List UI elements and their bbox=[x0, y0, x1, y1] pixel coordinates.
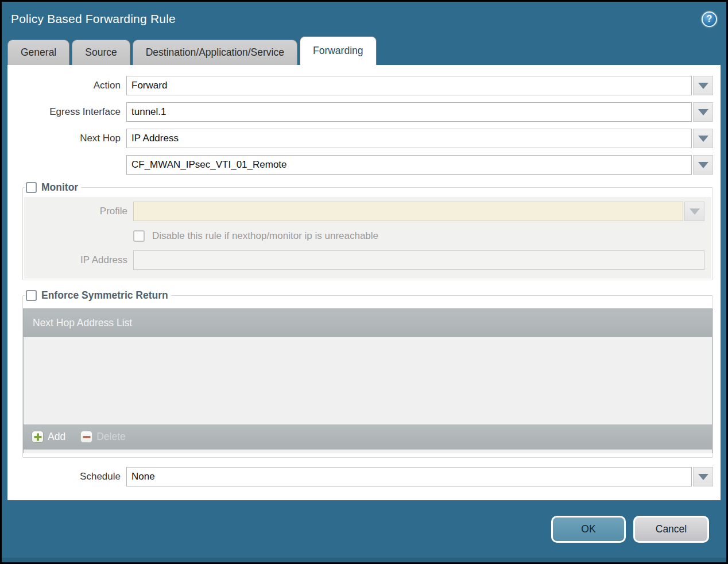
add-button[interactable]: Add bbox=[32, 431, 65, 443]
delete-button-label: Delete bbox=[96, 431, 126, 443]
egress-interface-combo: tunnel.1 bbox=[126, 102, 713, 122]
help-icon[interactable]: ? bbox=[702, 11, 717, 27]
add-button-label: Add bbox=[48, 431, 65, 443]
chevron-down-icon bbox=[698, 136, 708, 142]
next-hop-address-list-toolbar: Add Delete bbox=[24, 424, 712, 449]
profile-row: Profile bbox=[24, 202, 711, 221]
egress-interface-label: Egress Interface bbox=[13, 106, 121, 118]
delete-minus-icon bbox=[80, 431, 92, 443]
dialog-titlebar: Policy Based Forwarding Rule ? bbox=[2, 2, 726, 36]
schedule-row: Schedule None bbox=[13, 467, 713, 486]
tab-bar: General Source Destination/Application/S… bbox=[2, 36, 726, 65]
next-hop-address-list-body[interactable] bbox=[24, 337, 712, 424]
schedule-combo: None bbox=[126, 467, 713, 486]
disable-rule-row: Disable this rule if nexthop/monitor ip … bbox=[133, 230, 711, 242]
next-hop-address-value[interactable]: CF_MWAN_IPsec_VTI_01_Remote bbox=[126, 155, 692, 175]
schedule-label: Schedule bbox=[13, 471, 121, 482]
next-hop-type-value[interactable]: IP Address bbox=[126, 129, 692, 148]
enforce-symmetric-return-fieldset: Enforce Symmetric Return Next Hop Addres… bbox=[22, 289, 713, 458]
chevron-down-icon bbox=[690, 208, 700, 215]
chevron-down-icon bbox=[698, 474, 708, 480]
enforce-symmetric-return-legend-text: Enforce Symmetric Return bbox=[41, 289, 168, 302]
tab-forwarding[interactable]: Forwarding bbox=[300, 36, 377, 65]
add-plus-icon bbox=[32, 431, 44, 443]
disable-rule-checkbox bbox=[133, 230, 145, 242]
policy-based-forwarding-dialog: Policy Based Forwarding Rule ? General S… bbox=[0, 0, 728, 564]
monitor-ip-address-label: IP Address bbox=[24, 254, 127, 266]
dialog-title: Policy Based Forwarding Rule bbox=[11, 12, 176, 26]
schedule-value[interactable]: None bbox=[126, 467, 692, 486]
egress-interface-row: Egress Interface tunnel.1 bbox=[13, 102, 713, 122]
next-hop-address-list-title: Next Hop Address List bbox=[33, 317, 132, 329]
dialog-footer: OK Cancel bbox=[2, 500, 726, 558]
forwarding-tab-panel: Action Forward Egress Interface tunnel.1… bbox=[7, 65, 721, 500]
monitor-ip-address-value bbox=[133, 250, 704, 270]
next-hop-row: Next Hop IP Address bbox=[13, 129, 713, 148]
monitor-legend: Monitor bbox=[25, 181, 81, 194]
schedule-dropdown-button[interactable] bbox=[693, 467, 713, 486]
action-dropdown-button[interactable] bbox=[693, 76, 713, 95]
delete-button: Delete bbox=[80, 431, 126, 443]
monitor-panel: Profile Disable this rule if nexthop/mon… bbox=[24, 197, 711, 279]
monitor-fieldset: Monitor Profile Disable this rule if ne bbox=[22, 181, 713, 280]
spacer bbox=[704, 202, 711, 221]
tab-destination-application-service[interactable]: Destination/Application/Service bbox=[133, 40, 297, 65]
cancel-button[interactable]: Cancel bbox=[633, 516, 709, 543]
profile-dropdown-button bbox=[684, 202, 704, 221]
monitor-ip-address-row: IP Address bbox=[24, 250, 711, 270]
ok-button[interactable]: OK bbox=[551, 516, 626, 543]
window-bottom-strip bbox=[2, 558, 726, 562]
profile-combo bbox=[133, 202, 711, 221]
profile-value bbox=[133, 202, 683, 221]
next-hop-type-combo: IP Address bbox=[126, 129, 713, 148]
next-hop-type-dropdown-button[interactable] bbox=[693, 129, 713, 148]
tab-general[interactable]: General bbox=[7, 40, 69, 65]
egress-interface-dropdown-button[interactable] bbox=[693, 102, 713, 122]
action-label: Action bbox=[13, 80, 121, 91]
next-hop-address-row: CF_MWAN_IPsec_VTI_01_Remote bbox=[13, 155, 713, 175]
enforce-symmetric-return-checkbox[interactable] bbox=[26, 290, 37, 301]
enforce-symmetric-return-legend: Enforce Symmetric Return bbox=[25, 289, 171, 302]
next-hop-address-list: Next Hop Address List Add Delete bbox=[23, 308, 712, 453]
next-hop-label: Next Hop bbox=[13, 133, 121, 144]
egress-interface-value[interactable]: tunnel.1 bbox=[126, 102, 692, 122]
chevron-down-icon bbox=[698, 109, 708, 115]
action-row: Action Forward bbox=[13, 76, 713, 95]
chevron-down-icon bbox=[698, 83, 708, 89]
next-hop-address-combo: CF_MWAN_IPsec_VTI_01_Remote bbox=[126, 155, 713, 175]
tab-source[interactable]: Source bbox=[72, 40, 130, 65]
disable-rule-label: Disable this rule if nexthop/monitor ip … bbox=[152, 230, 378, 242]
action-value[interactable]: Forward bbox=[126, 76, 692, 95]
action-combo: Forward bbox=[126, 76, 713, 95]
monitor-checkbox[interactable] bbox=[26, 182, 37, 193]
chevron-down-icon bbox=[698, 162, 708, 168]
next-hop-address-list-header: Next Hop Address List bbox=[24, 309, 712, 337]
monitor-legend-text: Monitor bbox=[41, 181, 78, 194]
next-hop-address-dropdown-button[interactable] bbox=[693, 155, 713, 175]
list-bottom-strip bbox=[24, 449, 712, 453]
profile-label: Profile bbox=[24, 206, 127, 217]
